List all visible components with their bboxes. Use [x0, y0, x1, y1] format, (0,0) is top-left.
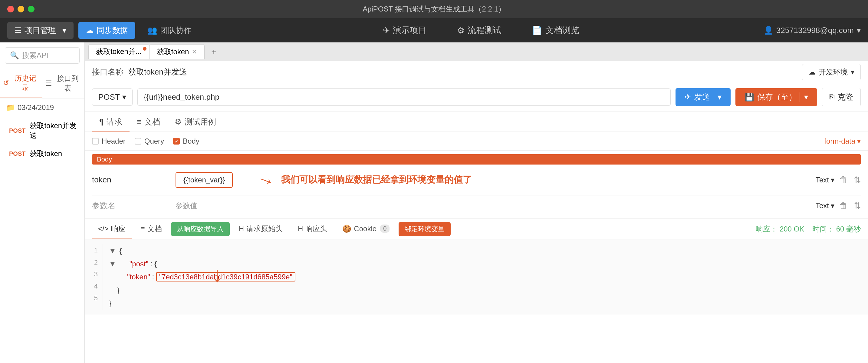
- send-dropdown-icon[interactable]: ▾: [713, 92, 721, 102]
- query-checkbox[interactable]: [135, 138, 141, 144]
- api-name-input[interactable]: [128, 67, 797, 77]
- param-name: token: [92, 175, 171, 185]
- code-area: 1 2 3 4 5 ▼ { ▼: [85, 240, 868, 314]
- cookie-label: Cookie: [354, 225, 376, 233]
- cookie-icon: 🍪: [342, 225, 351, 233]
- sidebar-item-history[interactable]: ↺ 历史记录: [0, 68, 42, 98]
- close-button[interactable]: [7, 6, 14, 12]
- clone-label: 克隆: [837, 92, 853, 103]
- tab-request[interactable]: ¶ 请求: [92, 112, 129, 132]
- api-name-label: 获取token并发送: [30, 121, 79, 140]
- form-data-selector[interactable]: form-data ▾: [824, 137, 861, 145]
- resp-tab-resp-head[interactable]: H 响应头: [292, 220, 333, 239]
- send-button[interactable]: ✈ 发送 ▾: [676, 88, 731, 106]
- add-tab-button[interactable]: +: [207, 45, 220, 58]
- tab-get-token-send[interactable]: 获取token并...: [88, 44, 149, 59]
- sort-icon2[interactable]: ⇅: [854, 201, 861, 211]
- search-icon: 🔍: [10, 51, 19, 60]
- query-checkbox-group[interactable]: Query: [135, 137, 164, 145]
- bind-env-label: 绑定环境变量: [405, 225, 444, 233]
- content-area: 获取token并... 获取token ✕ + 接口名称 ☁ 开发环境 ▾ PO…: [85, 43, 868, 363]
- env-label: 开发环境: [819, 67, 848, 77]
- user-icon: 👤: [764, 26, 773, 35]
- sync-data-button[interactable]: ☁ 同步数据: [79, 22, 135, 39]
- table-row: 参数名 参数值 Text ▾ 🗑 ⇅: [92, 195, 861, 216]
- list-item[interactable]: POST 获取token并发送: [0, 117, 85, 144]
- titlebar: ApiPOST 接口调试与文档生成工具（2.2.1）: [0, 0, 868, 18]
- resp-tab-cookie[interactable]: 🍪 Cookie 0: [336, 220, 396, 238]
- sidebar: 🔍 搜索API ↺ 历史记录 ☰ 接口列表 📁 03/24/2019 POST …: [0, 43, 85, 363]
- team-collab-button[interactable]: 👥 团队协作: [140, 22, 199, 39]
- delete-icon2[interactable]: 🗑: [839, 201, 848, 211]
- resp-tab-original-req[interactable]: H 请求原始头: [233, 220, 289, 239]
- list-item[interactable]: POST 获取token: [0, 144, 85, 163]
- flow-test-nav[interactable]: ⚙ 流程测试: [451, 22, 507, 39]
- header-checkbox-group[interactable]: Header: [92, 137, 126, 145]
- send-icon: ✈: [383, 25, 390, 35]
- param-value-box[interactable]: {{token_var}}: [176, 172, 233, 188]
- sidebar-item-interface-list[interactable]: ☰ 接口列表: [42, 68, 85, 98]
- resp-time-text: 时间：: [812, 225, 834, 233]
- table-row: token {{token_var}} → 我们可以看到响应数据已经拿到环境变量…: [92, 165, 861, 195]
- tab-doc[interactable]: ≡ 文档: [129, 112, 167, 132]
- header-checkbox[interactable]: [92, 138, 99, 144]
- tab-test-case[interactable]: ⚙ 测试用例: [167, 112, 223, 132]
- annotation-text: 我们可以看到响应数据已经拿到环境变量的值了: [281, 174, 472, 186]
- clone-button[interactable]: ⎘ 克隆: [822, 88, 861, 106]
- param-type[interactable]: Text ▾: [816, 176, 834, 184]
- line-num-1: 1: [90, 244, 98, 256]
- doc-icon: ≡: [137, 117, 141, 127]
- sort-icon[interactable]: ⇅: [854, 175, 861, 185]
- doc-browse-nav[interactable]: 📄 文档浏览: [526, 22, 585, 39]
- body-checkbox-group[interactable]: ✓ Body: [173, 137, 199, 145]
- import-from-response-button[interactable]: 从响应数据导入: [171, 222, 230, 236]
- body-checkbox[interactable]: ✓: [173, 138, 180, 144]
- user-email: 3257132998@qq.com: [776, 26, 854, 35]
- demo-project-nav[interactable]: ✈ 演示项目: [377, 22, 433, 39]
- fold-icon-2[interactable]: ▼: [109, 260, 116, 268]
- search-placeholder: 搜索API: [22, 51, 49, 60]
- param-value-container: {{token_var}} → 我们可以看到响应数据已经拿到环境变量的值了: [176, 169, 811, 190]
- resp-tab-doc[interactable]: ≡ 文档: [135, 220, 168, 239]
- api-name-row: 接口名称 ☁ 开发环境 ▾: [85, 61, 868, 83]
- line-num-4: 4: [90, 280, 98, 292]
- folder-icon: 📁: [6, 103, 15, 112]
- line-num-2: 2: [90, 256, 98, 269]
- param-type-empty[interactable]: Text ▾: [816, 201, 834, 210]
- params-section: Header Query ✓ Body form-data ▾: [85, 132, 868, 150]
- param-value-placeholder: 参数值: [176, 201, 197, 211]
- method-chevron-icon: ▾: [122, 92, 126, 102]
- test-label: 测试用例: [185, 117, 216, 127]
- team-label: 团队协作: [160, 25, 192, 36]
- resp-status: 响应： 200 OK 时间： 60 毫秒: [756, 224, 861, 234]
- env-selector[interactable]: ☁ 开发环境 ▾: [802, 64, 861, 80]
- project-manager-button[interactable]: ☰ 项目管理 ▾: [7, 22, 73, 39]
- line-numbers: 1 2 3 4 5: [85, 244, 103, 310]
- send-label: 发送: [694, 92, 710, 103]
- h-icon2: H: [298, 225, 303, 233]
- fold-icon-1[interactable]: ▼: [109, 247, 116, 255]
- url-row: POST ▾ ✈ 发送 ▾ 💾 保存（至） ▾ ⎘ 克隆: [85, 83, 868, 112]
- save-dropdown-icon[interactable]: ▾: [800, 92, 808, 102]
- import-label: 从响应数据导入: [177, 225, 224, 233]
- tab-get-token[interactable]: 获取token ✕: [149, 44, 205, 59]
- maximize-button[interactable]: [28, 6, 34, 12]
- resp-tab-response[interactable]: </> 响应: [92, 220, 132, 239]
- delete-icon[interactable]: 🗑: [839, 175, 848, 185]
- send-icon: ✈: [685, 92, 691, 102]
- cookie-count: 0: [380, 225, 390, 233]
- save-button[interactable]: 💾 保存（至） ▾: [736, 88, 817, 106]
- url-input[interactable]: [137, 88, 671, 106]
- user-account[interactable]: 👤 3257132998@qq.com ▾: [764, 26, 861, 35]
- account-chevron-icon: ▾: [857, 26, 861, 35]
- bind-env-button[interactable]: 绑定环境变量: [399, 222, 451, 236]
- code-icon: </>: [98, 225, 108, 233]
- search-box[interactable]: 🔍 搜索API: [5, 47, 80, 64]
- request-label: 请求: [106, 117, 122, 127]
- cloud-icon: ☁: [86, 26, 94, 35]
- close-icon[interactable]: ✕: [192, 48, 197, 55]
- minimize-button[interactable]: [18, 6, 24, 12]
- window-controls[interactable]: [7, 6, 34, 12]
- method-select[interactable]: POST ▾: [92, 88, 132, 106]
- doc-browse-label: 文档浏览: [546, 25, 579, 36]
